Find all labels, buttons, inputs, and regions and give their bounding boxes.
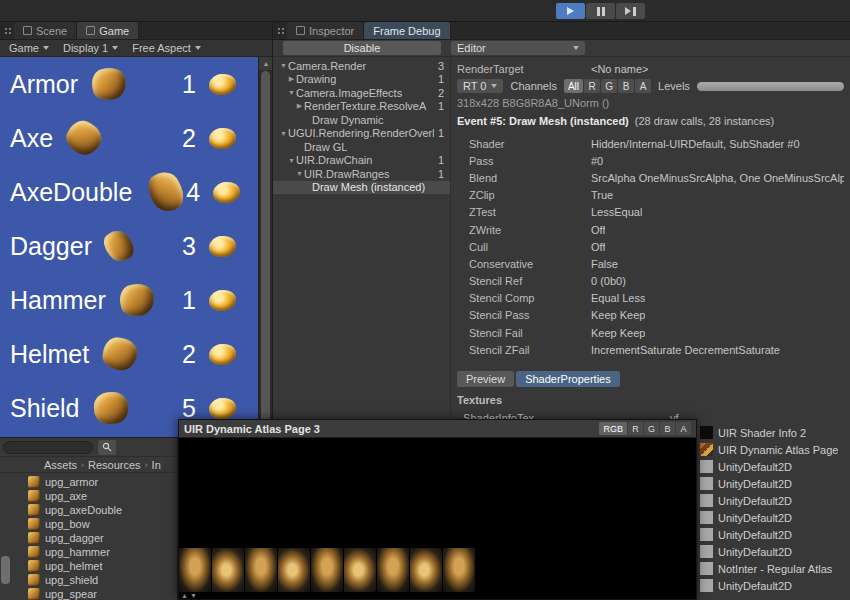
asset-row[interactable]: upg_spear	[0, 587, 177, 600]
asset-row[interactable]: upg_bow	[0, 517, 177, 531]
event-count: 1	[434, 127, 444, 139]
drag-handle-icon[interactable]	[4, 27, 12, 36]
texture-thumbnail	[700, 511, 713, 524]
breadcrumb-item[interactable]: In	[152, 459, 161, 471]
play-button[interactable]	[556, 3, 585, 19]
project-scrollbar-thumb[interactable]	[1, 556, 10, 584]
frame-event-row[interactable]: ▼ Camera.Render 3	[273, 59, 450, 73]
step-button[interactable]	[616, 3, 645, 19]
disable-button[interactable]: Disable	[283, 41, 441, 55]
drag-handle-icon[interactable]	[277, 27, 285, 36]
channel-all-button[interactable]: All	[564, 79, 583, 93]
tab-frame-debug[interactable]: Frame Debug	[364, 22, 450, 39]
texture-list-item[interactable]: UIR Shader Info 2	[697, 424, 850, 441]
asset-list: upg_armor upg_axe upg_axeDouble upg_bow …	[0, 473, 177, 600]
frame-event-row[interactable]: ▶ RenderTexture.ResolveA 1	[273, 100, 450, 114]
texture-thumbnail	[700, 545, 713, 558]
property-value: SrcAlpha OneMinusSrcAlpha, One OneMinusS…	[591, 172, 844, 184]
frame-event-row[interactable]: ▼ Camera.ImageEffects 2	[273, 86, 450, 100]
inventory-item-row[interactable]: Dagger 3	[0, 219, 272, 273]
scrollbar-thumb[interactable]	[261, 71, 270, 423]
tab-inspector[interactable]: Inspector	[287, 22, 364, 39]
levels-slider[interactable]	[697, 82, 844, 91]
inventory-item-row[interactable]: Axe 2	[0, 111, 272, 165]
tab-scene[interactable]: Scene	[14, 22, 77, 39]
asset-row[interactable]: upg_dagger	[0, 531, 177, 545]
asset-row[interactable]: upg_axe	[0, 489, 177, 503]
pause-button[interactable]	[586, 3, 615, 19]
channel-r-button[interactable]: R	[584, 79, 600, 93]
item-count: 1	[168, 70, 196, 99]
breadcrumb-item[interactable]: Resources	[88, 459, 141, 471]
search-options-button[interactable]	[98, 440, 116, 455]
foldout-open-icon[interactable]: ▼	[295, 170, 304, 177]
sprite-asset-icon	[28, 532, 40, 544]
game-view-scrollbar[interactable]: ▲ ▼	[258, 57, 272, 437]
project-search-input[interactable]	[3, 441, 93, 454]
asset-row[interactable]: upg_helmet	[0, 559, 177, 573]
coin-icon	[208, 396, 238, 421]
frame-event-row[interactable]: Draw GL	[273, 140, 450, 154]
atlas-scroll-hint-icon[interactable]: ▲▼	[181, 592, 199, 599]
foldout-open-icon[interactable]: ▼	[279, 62, 288, 69]
event-label: Draw Dynamic	[312, 114, 440, 126]
tab-game[interactable]: Game	[77, 22, 139, 39]
inventory-item-row[interactable]: Armor 1	[0, 57, 272, 111]
preview-button[interactable]: Preview	[457, 371, 514, 387]
foldout-open-icon[interactable]: ▼	[287, 157, 296, 164]
inventory-item-row[interactable]: Helmet 2	[0, 327, 272, 381]
display-dropdown[interactable]: Display 1	[56, 41, 125, 56]
display-target-dropdown[interactable]: Game	[2, 41, 56, 56]
event-label: UGUI.Rendering.RenderOverla	[288, 127, 434, 139]
texture-list-item[interactable]: UnityDefault2D	[697, 543, 850, 560]
texture-list-item[interactable]: UnityDefault2D	[697, 458, 850, 475]
transport-controls	[556, 3, 645, 19]
channel-g-button[interactable]: G	[601, 79, 617, 93]
frame-event-row[interactable]: Draw Dynamic	[273, 113, 450, 127]
shader-properties-button[interactable]: ShaderProperties	[516, 371, 620, 387]
atlas-channel-r-button[interactable]: R	[628, 422, 643, 435]
breadcrumb-item[interactable]: Assets	[44, 459, 77, 471]
channel-b-button[interactable]: B	[618, 79, 634, 93]
asset-row[interactable]: upg_axeDouble	[0, 503, 177, 517]
scroll-up-icon[interactable]: ▲	[259, 57, 272, 70]
atlas-preview-window: UIR Dynamic Atlas Page 3 RGB R G B A ▲▼	[178, 419, 697, 600]
foldout-open-icon[interactable]: ▼	[287, 89, 296, 96]
texture-list-item[interactable]: UnityDefault2D	[697, 577, 850, 594]
texture-list-item[interactable]: UnityDefault2D	[697, 492, 850, 509]
atlas-window-titlebar[interactable]: UIR Dynamic Atlas Page 3 RGB R G B A	[179, 420, 696, 438]
atlas-channel-b-button[interactable]: B	[660, 422, 675, 435]
frame-event-row[interactable]: ▼ UIR.DrawRanges 1	[273, 167, 450, 181]
frame-event-row[interactable]: ▼ UGUI.Rendering.RenderOverla 1	[273, 127, 450, 141]
atlas-channel-a-button[interactable]: A	[676, 422, 691, 435]
frame-event-row[interactable]: ▶ Drawing 1	[273, 73, 450, 87]
item-count: 2	[168, 124, 196, 153]
aspect-dropdown[interactable]: Free Aspect	[125, 41, 208, 56]
tab-inspector-label: Inspector	[309, 25, 354, 37]
atlas-channel-g-button[interactable]: G	[644, 422, 659, 435]
coin-icon	[208, 72, 238, 97]
foldout-closed-icon[interactable]: ▶	[287, 75, 296, 83]
breadcrumb: Assets › Resources › In	[0, 457, 177, 473]
asset-row[interactable]: upg_shield	[0, 573, 177, 587]
property-value: #0	[591, 155, 603, 167]
game-view: Armor 1 Axe 2 AxeDouble 4 Dagger 3	[0, 57, 272, 437]
foldout-open-icon[interactable]: ▼	[279, 130, 288, 137]
foldout-closed-icon[interactable]: ▶	[295, 102, 304, 110]
texture-list-item[interactable]: UnityDefault2D	[697, 509, 850, 526]
asset-row[interactable]: upg_hammer	[0, 545, 177, 559]
event-count: 1	[434, 73, 444, 85]
frame-event-row-selected[interactable]: Draw Mesh (instanced)	[273, 181, 450, 195]
texture-list-item[interactable]: NotInter - Regular Atlas	[697, 560, 850, 577]
channel-a-button[interactable]: A	[635, 79, 651, 93]
texture-list-item[interactable]: UnityDefault2D	[697, 475, 850, 492]
editor-target-dropdown[interactable]: Editor	[451, 41, 585, 55]
asset-row[interactable]: upg_armor	[0, 475, 177, 489]
texture-list-item[interactable]: UIR Dynamic Atlas Page	[697, 441, 850, 458]
inventory-item-row[interactable]: Hammer 1	[0, 273, 272, 327]
rt-index-dropdown[interactable]: RT 0	[457, 79, 503, 93]
texture-list-item[interactable]: UnityDefault2D	[697, 526, 850, 543]
frame-event-row[interactable]: ▼ UIR.DrawChain 1	[273, 154, 450, 168]
inventory-item-row[interactable]: AxeDouble 4	[0, 165, 272, 219]
atlas-channel-rgb-button[interactable]: RGB	[599, 422, 627, 435]
